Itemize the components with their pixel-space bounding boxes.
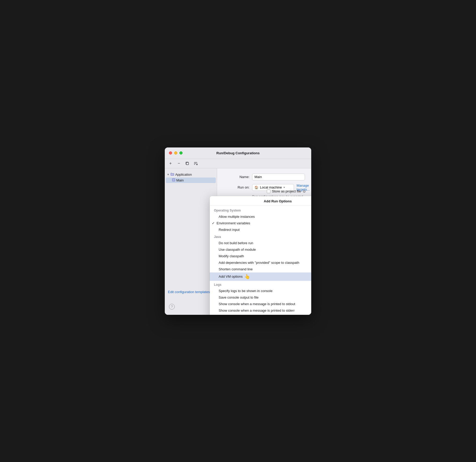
- run-on-label: Run on:: [223, 185, 250, 189]
- menu-item-label: Add dependencies with "provided" scope t…: [219, 261, 299, 265]
- menu-item-label: Do not build before run: [219, 241, 253, 245]
- menu-item-label: Modify classpath: [219, 254, 244, 258]
- name-input[interactable]: [252, 174, 305, 180]
- traffic-lights: [169, 151, 183, 155]
- sidebar-group-header[interactable]: ▼ Application: [165, 172, 217, 178]
- menu-item-label: Shorten command line: [219, 267, 253, 271]
- popup-title: Add Run Options: [210, 196, 311, 206]
- popup-menu-item[interactable]: Add dependencies with "provided" scope t…: [210, 259, 311, 266]
- popup-menu-item[interactable]: Show console when a message is printed t…: [210, 301, 311, 307]
- popup-menu-item[interactable]: ✓Environment variables^⌥E: [210, 220, 311, 226]
- run-on-value: Local machine: [260, 185, 282, 189]
- close-button[interactable]: [169, 151, 172, 155]
- store-as-project-row: Store as project file ⚙: [267, 189, 306, 193]
- popup-menu-item[interactable]: Shorten command line: [210, 266, 311, 272]
- popup-section-header: Logs: [210, 281, 311, 288]
- help-button[interactable]: ?: [169, 304, 175, 310]
- window-title: Run/Debug Configurations: [216, 151, 259, 155]
- popup-section-header: Java: [210, 233, 311, 240]
- sidebar: ▼ Application: [165, 168, 217, 315]
- popup-section-header: Operating System: [210, 207, 311, 213]
- gear-icon[interactable]: ⚙: [303, 189, 306, 193]
- check-icon: ✓: [212, 221, 215, 225]
- menu-item-label: Show console when a message is printed t…: [219, 302, 295, 306]
- remove-button[interactable]: −: [176, 161, 182, 166]
- name-label: Name:: [223, 175, 250, 179]
- popup-menu-item[interactable]: Do not build before run: [210, 240, 311, 246]
- popup-menu-item[interactable]: Redirect input: [210, 226, 311, 233]
- cursor-hand-icon: 👆: [244, 274, 250, 280]
- popup-menu-item[interactable]: Show console when a message is printed t…: [210, 307, 311, 314]
- copy-button[interactable]: [185, 161, 190, 166]
- maximize-button[interactable]: [179, 151, 183, 155]
- chevron-down-icon: ▾: [284, 186, 285, 189]
- toolbar: + −: [165, 159, 311, 168]
- menu-item-label: Use classpath of module: [219, 248, 256, 252]
- titlebar: Run/Debug Configurations: [165, 147, 311, 159]
- config-icon: [172, 178, 175, 182]
- menu-item-label: Save console output to file: [219, 295, 259, 299]
- home-icon: 🏠: [254, 186, 258, 189]
- popup-menu-item[interactable]: Allow multiple instances^⌥U: [210, 213, 311, 220]
- minimize-button[interactable]: [174, 151, 177, 155]
- menu-item-label: Add VM options: [219, 275, 243, 278]
- menu-item-label: Redirect input: [219, 228, 240, 232]
- chevron-down-icon: ▼: [167, 173, 169, 176]
- menu-item-label: Allow multiple instances: [219, 215, 255, 219]
- sidebar-group-label: Application: [175, 173, 192, 176]
- edit-templates-link[interactable]: Edit configuration templates...: [168, 290, 213, 294]
- popup-menu-item[interactable]: Use classpath of module^⌥O: [210, 246, 311, 253]
- menu-item-label: Environment variables: [217, 221, 250, 225]
- popup-menu-item[interactable]: Modify classpath: [210, 253, 311, 259]
- popup-menu-item[interactable]: Add VM options👆^⌥V: [210, 272, 311, 281]
- folder-icon: [171, 172, 174, 177]
- sidebar-item-main[interactable]: Main: [166, 178, 216, 183]
- store-as-project-checkbox[interactable]: [267, 190, 270, 193]
- menu-item-label: Specify logs to be shown in console: [219, 289, 273, 293]
- add-button[interactable]: +: [168, 161, 173, 166]
- sidebar-group-application: ▼ Application: [165, 170, 217, 184]
- popup-body: Operating SystemAllow multiple instances…: [210, 206, 311, 315]
- popup-menu-item[interactable]: Save console output to file: [210, 294, 311, 301]
- add-run-options-popup: Add Run Options Operating SystemAllow mu…: [210, 196, 311, 315]
- svg-rect-0: [186, 162, 189, 165]
- popup-section-header: Code Coverage: [210, 314, 311, 315]
- name-row: Name:: [223, 174, 305, 180]
- sidebar-item-label: Main: [176, 178, 184, 182]
- store-label: Store as project file: [272, 189, 301, 193]
- menu-item-label: Show console when a message is printed t…: [219, 309, 295, 312]
- svg-rect-4: [172, 179, 175, 181]
- main-window: Run/Debug Configurations + − ▼: [165, 147, 311, 315]
- popup-menu-item[interactable]: Specify logs to be shown in console: [210, 288, 311, 294]
- sort-button[interactable]: [193, 161, 198, 166]
